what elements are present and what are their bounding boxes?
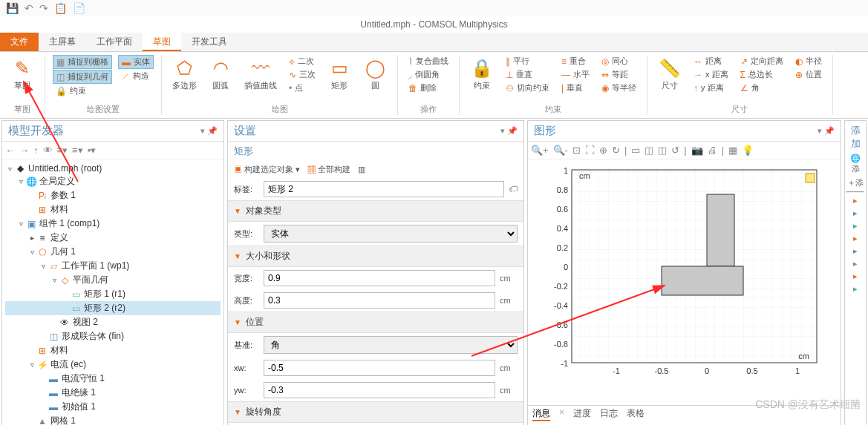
strip-icon[interactable]: ▸	[846, 259, 864, 268]
tab-progress[interactable]: 进度	[573, 407, 591, 421]
camera-icon[interactable]: 📷	[691, 145, 703, 156]
expand-icon[interactable]: ≡▾	[72, 145, 83, 156]
collapse-icon[interactable]: ≡▾	[57, 145, 68, 156]
rect-button[interactable]: ▭矩形	[324, 55, 354, 94]
strip-icon[interactable]: ▸	[846, 208, 864, 218]
panel-controls[interactable]: ▾ 📌	[200, 126, 218, 136]
quadratic-button[interactable]: ⟡二次	[286, 55, 319, 67]
copy-icon[interactable]: 📋	[54, 2, 67, 14]
nav-up-icon[interactable]: ↑	[33, 145, 39, 156]
totallen-button[interactable]: Σ总边长	[737, 68, 786, 81]
tangent-button[interactable]: ⦵切向约束	[503, 82, 552, 94]
objtype-header[interactable]: ▼对象类型	[228, 200, 523, 222]
rotation-header[interactable]: ▼旋转角度	[228, 401, 523, 423]
xdist-button[interactable]: →x 距离	[691, 68, 731, 81]
curve-button[interactable]: 〰插值曲线	[241, 55, 280, 94]
tab-file[interactable]: 文件	[0, 33, 39, 51]
position-button[interactable]: ⊕位置	[792, 68, 825, 81]
base-select[interactable]: 角	[264, 336, 518, 354]
horiz-button[interactable]: —水平	[558, 68, 593, 81]
tag-input[interactable]	[264, 181, 504, 197]
light-icon[interactable]: 💡	[742, 145, 754, 156]
tab-log[interactable]: 日志	[600, 407, 618, 421]
more-icon[interactable]: ▪▾	[88, 145, 97, 156]
parallel-button[interactable]: ∥平行	[503, 55, 552, 67]
tab-dev[interactable]: 开发工具	[181, 33, 238, 51]
sketch-button[interactable]: ✎ 草图	[7, 55, 37, 94]
strip-icon[interactable]: ▸	[846, 234, 864, 243]
save-icon[interactable]: 💾	[6, 2, 19, 14]
reset-icon[interactable]: ↺	[671, 145, 679, 156]
view-xy-icon[interactable]: ◫	[645, 145, 653, 156]
concentric-button[interactable]: ◎同心	[598, 55, 639, 67]
preview-icon[interactable]: ▥	[358, 165, 365, 174]
nav-back-icon[interactable]: ←	[5, 145, 15, 156]
snap-grid-button[interactable]: ▦捕捉到栅格	[53, 55, 112, 69]
tab-table[interactable]: 表格	[627, 407, 645, 421]
construct-button[interactable]: ⟋构造	[118, 70, 154, 82]
zoom-extents-icon[interactable]: ⛶	[585, 145, 595, 156]
redo-icon[interactable]: ↷	[39, 2, 48, 14]
equalrad-button[interactable]: ◉等半径	[598, 82, 639, 94]
edit-tag-icon[interactable]: 🏷	[509, 184, 518, 194]
nav-fwd-icon[interactable]: →	[19, 145, 29, 156]
yw-input[interactable]	[264, 382, 495, 398]
position-header[interactable]: ▼位置	[228, 312, 523, 333]
polygon-button[interactable]: ⬠多边形	[169, 55, 200, 94]
cubic-button[interactable]: ∿三次	[286, 68, 319, 81]
undo-icon[interactable]: ↶	[25, 2, 33, 14]
size-header[interactable]: ▼大小和形状	[228, 246, 523, 267]
panel-controls[interactable]: ▾ 📌	[500, 126, 518, 136]
zoom-sel-icon[interactable]: ⊕	[599, 145, 607, 156]
print-icon[interactable]: 🖨	[708, 145, 717, 156]
solid-button[interactable]: ▬实体	[118, 55, 154, 69]
tree-node-rect2[interactable]: ▭矩形 2 (r2)	[5, 301, 221, 315]
type-select[interactable]: 实体	[264, 225, 518, 243]
compound-button[interactable]: ⌇复合曲线	[405, 55, 451, 67]
zoom-box-icon[interactable]: ⊡	[572, 145, 581, 156]
constraint-button[interactable]: 🔒约束	[53, 85, 112, 97]
strip-icon[interactable]: ▸	[846, 196, 864, 205]
build-all-button[interactable]: ▦ 全部构建	[307, 164, 350, 175]
strip-icon[interactable]: ▸	[846, 246, 864, 256]
tab-sketch[interactable]: 草图	[143, 33, 181, 51]
constrain-big-button[interactable]: 🔒约束	[467, 55, 497, 94]
tab-home[interactable]: 主屏幕	[39, 33, 86, 51]
radius-button[interactable]: ◐半径	[792, 55, 825, 67]
strip-icon[interactable]: ▸	[846, 271, 864, 281]
directed-button[interactable]: ↗定向距离	[737, 55, 786, 67]
dist-button[interactable]: ↔距离	[691, 55, 731, 67]
coincident-button[interactable]: ≡重合	[558, 55, 593, 67]
arc-button[interactable]: ◠圆弧	[206, 55, 235, 94]
point-button[interactable]: •点	[286, 82, 319, 94]
ydist-button[interactable]: ↑y 距离	[691, 82, 731, 94]
vert-button[interactable]: |垂直	[558, 82, 593, 94]
model-tree[interactable]: ▿◆Untitled.mph (root) ▿🌐全局定义 Pᵢ参数 1 ⊞材料 …	[2, 159, 223, 425]
build-selected-button[interactable]: ▣ 构建选定对象 ▾	[234, 164, 300, 175]
dim-button[interactable]: 📏尺寸	[655, 55, 685, 94]
circle-button[interactable]: ◯圆	[360, 55, 390, 94]
paste-icon[interactable]: 📄	[73, 2, 85, 14]
zoom-in-icon[interactable]: 🔍+	[531, 145, 549, 156]
grid-icon[interactable]: ▦	[728, 145, 737, 156]
delete-button[interactable]: 🗑删除	[405, 82, 451, 94]
snap-geom-button[interactable]: ◫捕捉到几何	[53, 70, 112, 84]
add-plus-icon[interactable]: ＋添	[846, 177, 864, 188]
equaldist-button[interactable]: ⇔等距	[598, 68, 639, 81]
add-globe-icon[interactable]: 🌐添	[846, 154, 864, 174]
strip-icon[interactable]: ▸	[846, 221, 864, 231]
show-icon[interactable]: 👁	[43, 145, 53, 156]
tab-messages[interactable]: 消息	[532, 407, 550, 421]
graphics-canvas[interactable]: 10.80.60.40.20-0.2-0.4-0.6-0.8-1 -1-0.50…	[528, 159, 841, 425]
angle-button[interactable]: ∠角	[737, 82, 786, 94]
panel-controls[interactable]: ▾ 📌	[818, 126, 835, 136]
width-input[interactable]	[264, 270, 495, 286]
view-yz-icon[interactable]: ◫	[658, 145, 667, 156]
strip-icon[interactable]: ▸	[846, 284, 864, 294]
tab-workplane[interactable]: 工作平面	[86, 33, 143, 51]
xw-input[interactable]	[264, 360, 495, 376]
perp-button[interactable]: ⊥垂直	[503, 68, 552, 81]
fillet-button[interactable]: ◞倒圆角	[405, 68, 451, 81]
zoom-out-icon[interactable]: 🔍-	[553, 145, 568, 156]
rotate-icon[interactable]: ↻	[612, 145, 620, 156]
